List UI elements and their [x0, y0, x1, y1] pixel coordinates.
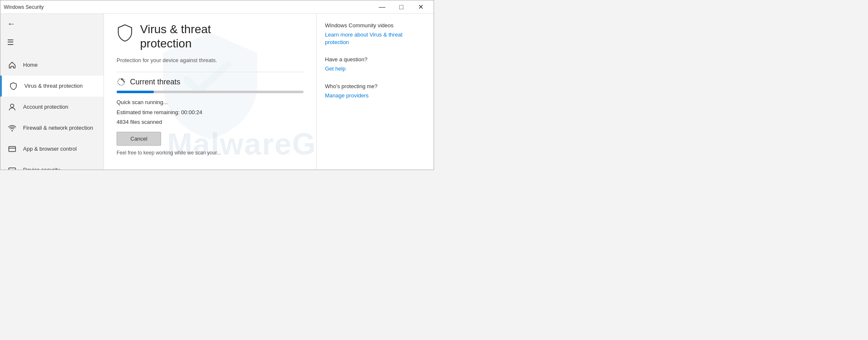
content-area: ← ☰ Home — [0, 14, 434, 170]
page-subtitle: Protection for your device against threa… — [117, 57, 304, 63]
scan-time: Estimated time remaining: 00:00:24 — [117, 107, 304, 117]
window-controls: — □ ✕ — [372, 0, 430, 14]
minimize-button[interactable]: — — [372, 0, 392, 14]
scan-progress-fill — [117, 91, 154, 93]
manage-providers-link[interactable]: Manage providers — [325, 92, 425, 99]
sidebar-item-device[interactable]: Device security — [0, 160, 104, 170]
current-threats-title: Current threats — [130, 78, 180, 86]
close-button[interactable]: ✕ — [411, 0, 430, 14]
sidebar-label-device: Device security — [23, 167, 60, 170]
sidebar-label-app: App & browser control — [23, 146, 77, 153]
sidebar-item-home[interactable]: Home — [0, 55, 104, 76]
browser-icon — [7, 144, 17, 154]
svg-point-0 — [10, 104, 14, 107]
hamburger-button[interactable]: ☰ — [0, 34, 104, 51]
hamburger-icon: ☰ — [7, 38, 14, 47]
scan-status: Quick scan running... — [117, 97, 304, 107]
wifi-icon — [7, 123, 17, 133]
sidebar-nav: Home Virus & threat protection — [0, 55, 104, 170]
window-title: Windows Security — [4, 4, 372, 10]
divider-1 — [117, 72, 304, 72]
page-title: Virus & threat protection — [140, 22, 211, 50]
sidebar-item-account[interactable]: Account protection — [0, 97, 104, 118]
scan-files: 4834 files scanned — [117, 117, 304, 127]
community-section: Windows Community videos Learn more abou… — [325, 22, 425, 46]
sidebar-label-home: Home — [23, 62, 38, 69]
protecting-title: Who's protecting me? — [325, 83, 425, 89]
sidebar-item-virus[interactable]: Virus & threat protection — [0, 76, 104, 97]
device-icon — [7, 165, 17, 170]
scan-info: Quick scan running... Estimated time rem… — [117, 97, 304, 127]
right-panel: Windows Community videos Learn more abou… — [316, 14, 434, 170]
svg-rect-3 — [9, 168, 16, 170]
main-panel: Virus & threat protection Protection for… — [104, 14, 316, 170]
community-title: Windows Community videos — [325, 22, 425, 29]
refresh-icon — [117, 77, 126, 86]
page-title-area: Virus & threat protection — [140, 22, 211, 50]
sidebar-item-app[interactable]: App & browser control — [0, 139, 104, 160]
sidebar: ← ☰ Home — [0, 14, 104, 170]
community-link[interactable]: Learn more about Virus & threat protecti… — [325, 31, 425, 46]
cancel-button[interactable]: Cancel — [117, 132, 161, 146]
windows-security-window: Windows Security — □ ✕ ← ☰ — [0, 0, 434, 170]
account-icon — [7, 102, 17, 112]
question-section: Have a question? Get help — [325, 56, 425, 73]
shield-nav-icon — [8, 81, 18, 91]
svg-rect-1 — [9, 146, 16, 152]
back-icon: ← — [7, 19, 16, 29]
titlebar: Windows Security — □ ✕ — [0, 0, 434, 14]
get-help-link[interactable]: Get help — [325, 65, 425, 73]
scan-progress-bar — [117, 91, 304, 93]
sidebar-label-virus: Virus & threat protection — [24, 83, 83, 90]
sidebar-label-account: Account protection — [23, 104, 68, 111]
back-button[interactable]: ← — [0, 14, 104, 34]
page-content: Virus & threat protection Protection for… — [117, 22, 304, 156]
maximize-button[interactable]: □ — [392, 0, 411, 14]
page-shield-icon — [117, 24, 133, 42]
current-threats-header: Current threats — [117, 77, 304, 86]
page-header: Virus & threat protection — [117, 22, 304, 50]
question-title: Have a question? — [325, 56, 425, 63]
scan-more-text: Feel free to keep working while we scan … — [117, 150, 304, 156]
protecting-section: Who's protecting me? Manage providers — [325, 83, 425, 99]
home-icon — [7, 60, 17, 70]
sidebar-item-firewall[interactable]: Firewall & network protection — [0, 118, 104, 139]
sidebar-label-firewall: Firewall & network protection — [23, 125, 93, 132]
